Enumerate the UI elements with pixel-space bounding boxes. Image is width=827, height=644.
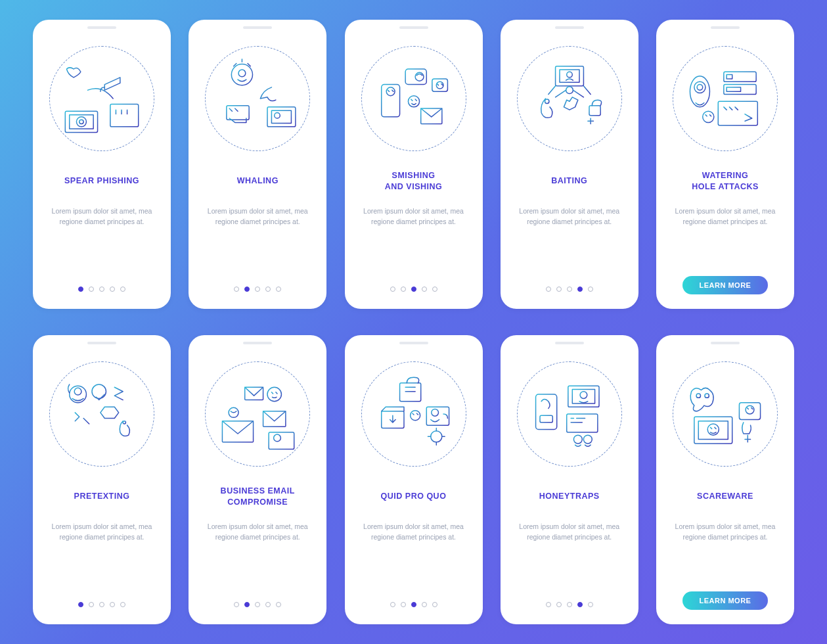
pagination-dot[interactable] xyxy=(99,287,104,292)
onboarding-card: WHALINGLorem ipsum dolor sit amet, mea r… xyxy=(189,20,326,309)
pagination-dot[interactable] xyxy=(577,287,583,292)
pagination-dots[interactable] xyxy=(390,287,437,292)
pagination-dot[interactable] xyxy=(78,287,83,292)
svg-rect-15 xyxy=(432,79,447,91)
pagination-dot[interactable] xyxy=(411,602,416,607)
honey-icon xyxy=(517,361,622,467)
whaling-icon xyxy=(205,46,310,151)
pagination-dots[interactable] xyxy=(546,602,593,607)
pagination-dot[interactable] xyxy=(89,602,94,607)
svg-point-49 xyxy=(431,409,438,417)
card-title: SPEAR PHISHING xyxy=(64,170,139,193)
svg-point-9 xyxy=(275,112,280,118)
svg-point-59 xyxy=(696,394,700,398)
card-title: WATERING HOLE ATTACKS xyxy=(692,170,759,193)
pagination-dot[interactable] xyxy=(110,602,115,607)
svg-rect-10 xyxy=(227,106,249,120)
onboarding-card: BAITINGLorem ipsum dolor sit amet, mea r… xyxy=(501,20,638,309)
pagination-dot[interactable] xyxy=(390,602,395,607)
card-title: QUID PRO QUO xyxy=(381,485,447,509)
pagination-dot[interactable] xyxy=(234,602,239,607)
smishing-icon xyxy=(361,46,466,151)
pagination-dot[interactable] xyxy=(422,602,427,607)
svg-point-5 xyxy=(232,64,253,85)
pagination-dot[interactable] xyxy=(401,602,406,607)
learn-more-button[interactable]: LEARN MORE xyxy=(682,591,769,610)
pagination-dot[interactable] xyxy=(567,287,572,292)
pagination-dot[interactable] xyxy=(546,287,551,292)
pagination-dot[interactable] xyxy=(120,287,125,292)
onboarding-card: PRETEXTINGLorem ipsum dolor sit amet, me… xyxy=(33,335,171,624)
card-title: SCAREWARE xyxy=(697,485,753,509)
pagination-dot[interactable] xyxy=(99,602,104,607)
svg-point-41 xyxy=(267,387,281,401)
svg-point-58 xyxy=(583,435,592,444)
pagination-dots[interactable] xyxy=(390,602,437,607)
pagination-dot[interactable] xyxy=(588,287,593,292)
pagination-dot[interactable] xyxy=(556,287,562,292)
card-description: Lorem ipsum dolor sit amet, mea regione … xyxy=(43,522,160,543)
pagination-dot[interactable] xyxy=(265,602,271,607)
svg-point-3 xyxy=(79,120,83,124)
svg-rect-24 xyxy=(589,106,600,116)
pagination-dots[interactable] xyxy=(234,287,281,292)
pagination-dot[interactable] xyxy=(110,287,115,292)
svg-rect-45 xyxy=(399,383,420,402)
pagination-dot[interactable] xyxy=(556,602,562,607)
pagination-dot[interactable] xyxy=(422,287,427,292)
onboarding-card: WATERING HOLE ATTACKSLorem ipsum dolor s… xyxy=(656,20,794,309)
card-title: WHALING xyxy=(237,170,279,193)
pagination-dot[interactable] xyxy=(432,287,437,292)
onboarding-card: SMISHING AND VISHINGLorem ipsum dolor si… xyxy=(345,20,483,309)
pagination-dot[interactable] xyxy=(89,287,94,292)
pagination-dots[interactable] xyxy=(78,602,125,607)
pagination-dot[interactable] xyxy=(411,287,416,292)
pagination-dot[interactable] xyxy=(432,602,437,607)
svg-point-22 xyxy=(566,87,573,94)
card-title: SMISHING AND VISHING xyxy=(385,170,442,193)
pagination-dot[interactable] xyxy=(401,287,406,292)
svg-point-65 xyxy=(746,405,754,414)
pagination-dot[interactable] xyxy=(255,287,260,292)
bec-icon xyxy=(205,361,310,467)
svg-point-6 xyxy=(238,70,246,77)
svg-point-18 xyxy=(408,96,419,107)
svg-rect-30 xyxy=(724,85,756,95)
svg-rect-31 xyxy=(726,87,740,91)
pagination-dot[interactable] xyxy=(276,287,281,292)
card-title: HONEYTRAPS xyxy=(539,485,600,509)
pagination-dot[interactable] xyxy=(265,287,271,292)
pagination-dot[interactable] xyxy=(390,287,395,292)
pagination-dot[interactable] xyxy=(546,602,551,607)
onboarding-card: HONEYTRAPSLorem ipsum dolor sit amet, me… xyxy=(501,335,638,624)
pagination-dots[interactable] xyxy=(78,287,125,292)
onboarding-card: SPEAR PHISHINGLorem ipsum dolor sit amet… xyxy=(33,20,171,309)
svg-rect-48 xyxy=(426,407,449,425)
pagination-dot[interactable] xyxy=(234,287,239,292)
card-description: Lorem ipsum dolor sit amet, mea regione … xyxy=(199,522,316,543)
svg-rect-4 xyxy=(110,104,139,127)
pagination-dot[interactable] xyxy=(567,602,572,607)
pagination-dot[interactable] xyxy=(244,287,250,292)
svg-point-50 xyxy=(430,431,441,442)
svg-point-33 xyxy=(703,111,714,122)
learn-more-button[interactable]: LEARN MORE xyxy=(682,276,769,294)
pagination-dots[interactable] xyxy=(234,602,281,607)
pagination-dot[interactable] xyxy=(78,602,83,607)
card-title: BAITING xyxy=(551,170,587,193)
pagination-dot[interactable] xyxy=(244,602,250,607)
pagination-dot[interactable] xyxy=(120,602,125,607)
spear-icon xyxy=(49,46,154,151)
onboarding-card: BUSINESS EMAIL COMPROMISELorem ipsum dol… xyxy=(189,335,326,624)
pagination-dot[interactable] xyxy=(276,602,281,607)
svg-rect-11 xyxy=(381,85,399,117)
quid-icon xyxy=(361,361,466,467)
svg-point-27 xyxy=(697,85,703,91)
pagination-dot[interactable] xyxy=(577,602,583,607)
pagination-dots[interactable] xyxy=(546,287,593,292)
pagination-dot[interactable] xyxy=(255,602,260,607)
pagination-dot[interactable] xyxy=(588,602,593,607)
svg-point-23 xyxy=(545,99,548,103)
svg-point-26 xyxy=(694,81,705,93)
svg-point-2 xyxy=(76,117,86,127)
